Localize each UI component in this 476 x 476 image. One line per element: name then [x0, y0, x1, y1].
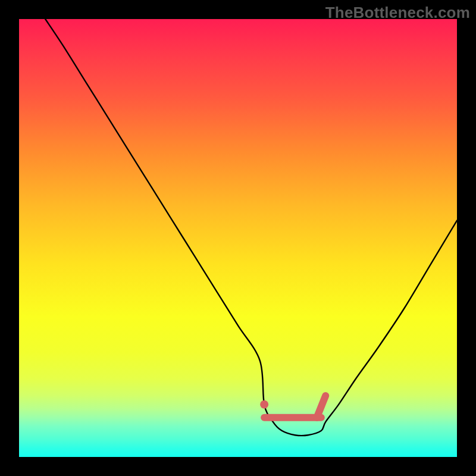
trough-marker-rise [317, 396, 325, 418]
bottleneck-curve [45, 19, 457, 436]
trough-marker-dot [260, 400, 268, 409]
plot-area [19, 19, 457, 457]
chart-frame: TheBottleneck.com [0, 0, 476, 476]
curve-svg [19, 19, 457, 457]
